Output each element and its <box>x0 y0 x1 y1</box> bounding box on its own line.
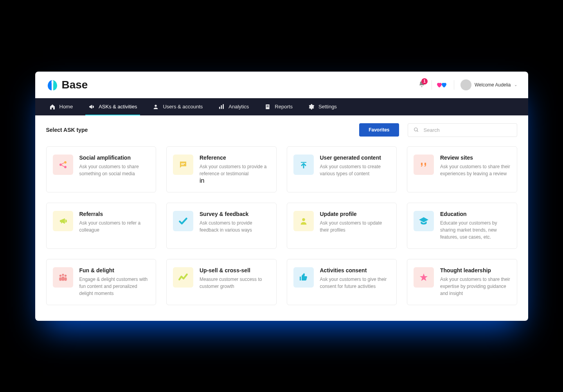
card-referrals[interactable]: Referrals Ask your customers to refer a … <box>46 203 156 249</box>
card-title: User generated content <box>320 155 390 161</box>
svg-rect-14 <box>181 164 184 165</box>
card-title: Education <box>440 211 511 217</box>
nav-reports[interactable]: Reports <box>257 98 300 115</box>
card-review-sites[interactable]: Review sites Ask your customers to share… <box>407 146 517 192</box>
svg-line-7 <box>417 131 418 132</box>
card-user-generated-content[interactable]: User generated content Ask your customer… <box>287 146 397 192</box>
card-desc: Ask your customers to refer a colleague <box>79 219 150 234</box>
nav-label: ASKs & activities <box>99 104 137 110</box>
nav-users-accounts[interactable]: Users & accounts <box>145 98 210 115</box>
card-body: Review sites Ask your customers to share… <box>440 155 511 184</box>
card-desc: Ask your customers to update their profi… <box>320 219 390 234</box>
card-fun-delight[interactable]: Fun & delight Engage & delight customers… <box>46 259 156 305</box>
nav-label: Users & accounts <box>163 104 203 110</box>
share-icon <box>53 155 73 175</box>
svg-rect-13 <box>181 163 185 164</box>
megaphone-icon <box>88 104 95 110</box>
user-icon <box>153 104 159 110</box>
card-reference[interactable]: Reference Ask your customers to provide … <box>166 146 277 192</box>
person-icon <box>293 211 314 231</box>
card-upsell-crosssell[interactable]: Up-sell & cross-sell Measure customer su… <box>166 259 277 305</box>
topbar-right: 1 Welcome Audelia ⌄ <box>418 79 517 90</box>
card-body: Thought leadership Ask your customers to… <box>440 267 511 297</box>
card-title: Reference <box>200 155 270 161</box>
card-update-profile[interactable]: Update profile Ask your customers to upd… <box>287 203 397 249</box>
svg-line-11 <box>61 163 64 164</box>
nav-settings[interactable]: Settings <box>300 98 345 115</box>
card-desc: Ask customers to provide feedback in var… <box>200 219 270 234</box>
nav-asks-activities[interactable]: ASKs & activities <box>81 98 145 115</box>
svg-point-0 <box>155 104 157 106</box>
card-body: Up-sell & cross-sell Measure customer su… <box>200 267 270 297</box>
svg-rect-15 <box>301 162 306 163</box>
graduation-cap-icon <box>414 211 434 231</box>
divider <box>454 80 454 90</box>
svg-point-19 <box>64 274 66 276</box>
card-desc: Ask your customers to share their experi… <box>440 163 511 177</box>
card-desc: Measure customer success to customer gro… <box>200 276 270 290</box>
quote-icon <box>414 155 434 175</box>
hearts-button[interactable] <box>438 81 448 88</box>
card-desc: Educate your customers by sharing market… <box>440 219 511 241</box>
card-title: Update profile <box>320 211 390 217</box>
heart-icon <box>441 81 448 88</box>
welcome-label: Welcome Audelia <box>475 82 511 88</box>
card-body: Update profile Ask your customers to upd… <box>320 211 390 241</box>
card-thought-leadership[interactable]: Thought leadership Ask your customers to… <box>407 259 517 305</box>
card-body: Education Educate your customers by shar… <box>440 211 511 241</box>
search-input[interactable] <box>424 127 511 133</box>
card-title: Review sites <box>440 155 511 161</box>
card-title: Fun & delight <box>79 267 150 273</box>
card-title: Thought leadership <box>440 267 511 273</box>
bar-chart-icon <box>218 104 225 110</box>
chat-icon <box>173 155 193 175</box>
search-icon <box>414 127 419 133</box>
topbar: Base 1 Welcome Audelia ⌄ <box>35 72 528 98</box>
card-education[interactable]: Education Educate your customers by shar… <box>407 203 517 249</box>
card-desc: Ask your customers to provide a referenc… <box>200 163 270 177</box>
card-desc: Ask your customers to share their expert… <box>440 276 511 297</box>
card-survey-feedback[interactable]: Survey & feedback Ask customers to provi… <box>166 203 277 249</box>
user-menu[interactable]: Welcome Audelia ⌄ <box>460 79 517 90</box>
card-activities-consent[interactable]: Activities consent Ask your customers to… <box>287 259 397 305</box>
card-title: Referrals <box>79 211 150 217</box>
card-title: Survey & feedback <box>200 211 270 217</box>
ask-type-grid: Social amplification Ask your customers … <box>35 143 528 321</box>
svg-point-17 <box>59 274 61 276</box>
nav-label: Settings <box>318 104 337 110</box>
card-title: Social amplification <box>79 155 150 161</box>
upload-icon <box>293 155 314 175</box>
avatar <box>460 79 471 90</box>
check-icon <box>173 211 193 231</box>
page-title: Select ASK type <box>46 127 88 133</box>
svg-line-12 <box>61 165 64 167</box>
nav-label: Home <box>59 104 73 110</box>
logo: Base <box>46 79 88 91</box>
gear-icon <box>308 104 315 110</box>
favorites-button[interactable]: Favorites <box>359 123 399 137</box>
nav-home[interactable]: Home <box>41 98 81 115</box>
card-desc: Ask your customers to share something on… <box>79 163 150 177</box>
svg-point-10 <box>64 166 67 168</box>
search-field[interactable] <box>408 123 517 137</box>
card-body: Survey & feedback Ask customers to provi… <box>200 211 270 241</box>
card-social-amplification[interactable]: Social amplification Ask your customers … <box>46 146 156 192</box>
brand-name: Base <box>62 79 88 91</box>
megaphone-icon <box>53 211 73 231</box>
toolbar-right: Favorites <box>359 123 517 137</box>
trend-icon <box>173 267 193 288</box>
card-title: Activities consent <box>320 267 390 273</box>
card-body: Reference Ask your customers to provide … <box>200 155 270 184</box>
chevron-down-icon: ⌄ <box>514 83 517 87</box>
svg-rect-1 <box>219 107 220 109</box>
svg-rect-5 <box>267 106 269 107</box>
svg-rect-2 <box>221 105 222 109</box>
svg-point-9 <box>64 161 67 164</box>
nav-analytics[interactable]: Analytics <box>210 98 257 115</box>
svg-rect-3 <box>223 104 224 109</box>
divider <box>432 80 432 90</box>
toolbar: Select ASK type Favorites <box>35 115 528 143</box>
card-desc: Ask your customers to give their consent… <box>320 276 390 290</box>
notifications-button[interactable]: 1 <box>418 81 425 89</box>
svg-rect-22 <box>64 277 67 281</box>
